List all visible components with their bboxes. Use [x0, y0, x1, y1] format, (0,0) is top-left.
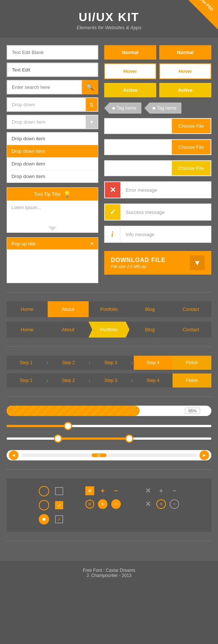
- step2-3[interactable]: Step 3: [91, 373, 130, 388]
- step2-4[interactable]: Step 4: [134, 373, 173, 388]
- x-btn-outline[interactable]: ✕: [85, 500, 94, 509]
- minus-btn-orange[interactable]: −: [111, 486, 121, 496]
- footer-line2: J. Champourlier - 2013: [7, 573, 211, 578]
- text-edit-blank[interactable]: [7, 45, 98, 60]
- step-arrow-3: ›: [130, 356, 133, 370]
- search-button[interactable]: 🔍: [82, 80, 98, 94]
- normal-button-2[interactable]: Normal: [159, 45, 211, 60]
- error-message-text: Error message: [120, 184, 211, 197]
- file-area-3: [105, 165, 172, 172]
- step2-2[interactable]: Step 2: [49, 373, 88, 388]
- nav2-home[interactable]: Home: [7, 322, 48, 338]
- popup-close-button[interactable]: ×: [91, 241, 93, 246]
- choose-file-button-2[interactable]: Choose File: [172, 140, 211, 154]
- checkbox-checked-dark[interactable]: ✓: [55, 515, 63, 523]
- steps-bar-1: Step 1 › Step 2 › Step 3 › Step 4 Finish: [7, 356, 211, 370]
- nav1-portfolio[interactable]: Portfolio: [89, 301, 130, 317]
- hover-button-2[interactable]: Hover: [159, 63, 211, 79]
- x-btn-filled[interactable]: ✕: [85, 486, 94, 495]
- progress-bar: 65%: [7, 406, 211, 416]
- nav2-blog[interactable]: Blog: [129, 322, 170, 338]
- scroll-track: |||: [21, 453, 197, 457]
- download-bar[interactable]: DOWNLOAD FILE File size 2.5 MB.zip ▼: [104, 251, 211, 275]
- checkbox-checked[interactable]: ✓: [55, 501, 63, 509]
- popup-body: [7, 249, 98, 283]
- nav2-portfolio[interactable]: Portfolio: [89, 322, 130, 338]
- hover-button-1[interactable]: Hover: [104, 63, 156, 79]
- scroll-right-arrow[interactable]: ►: [200, 450, 209, 460]
- radio-checkbox-group: ✓ ✓: [39, 486, 63, 524]
- minus-btn-gray[interactable]: −: [170, 486, 179, 496]
- step2-1[interactable]: Step 1: [7, 373, 45, 388]
- step1-1[interactable]: Step 1: [7, 356, 45, 370]
- step1-3[interactable]: Step 3: [91, 356, 130, 370]
- checkbox-empty[interactable]: [55, 487, 63, 495]
- dropdown2-arrow[interactable]: ▼: [86, 115, 98, 128]
- nav1-about[interactable]: About: [48, 301, 89, 317]
- tag-2[interactable]: Tag name: [144, 103, 182, 114]
- slider-1-thumb[interactable]: [64, 422, 72, 430]
- file-area-2: [105, 144, 172, 151]
- plus-btn-orange[interactable]: +: [98, 486, 108, 496]
- progress-section: 65% ◄ ||| ►: [7, 406, 211, 460]
- download-subtitle: File size 2.5 MB.zip: [111, 264, 166, 269]
- radio-filled[interactable]: [39, 514, 49, 524]
- minus-btn-circle-outline[interactable]: −: [170, 499, 179, 509]
- slider-1-track: [7, 425, 211, 427]
- tooltip-arrow: [48, 227, 57, 231]
- plus-btn-circle[interactable]: +: [98, 499, 108, 509]
- nav1-contact[interactable]: Contact: [170, 301, 211, 317]
- error-icon: ✕: [105, 182, 120, 198]
- step1-2[interactable]: Step 2: [49, 356, 88, 370]
- active-button-2[interactable]: Active: [159, 83, 211, 97]
- dropdown-menu-item-4[interactable]: Drop down item: [7, 170, 98, 182]
- download-arrow-icon[interactable]: ▼: [190, 255, 205, 270]
- radio-empty-2[interactable]: [39, 500, 49, 510]
- dropdown1-arrow[interactable]: ⇅: [86, 98, 98, 111]
- slider-2-track: [7, 437, 211, 440]
- minus-btn-circle[interactable]: −: [111, 499, 121, 509]
- info-message-row: i Info message: [104, 226, 211, 243]
- active-button-1[interactable]: Active: [104, 83, 156, 97]
- tag-1[interactable]: Tag name: [104, 103, 142, 114]
- choose-file-button-1[interactable]: Choose File: [172, 119, 211, 133]
- x-btn-gray[interactable]: ✕: [143, 486, 153, 496]
- scrollbar: ◄ ||| ►: [7, 450, 211, 460]
- step2-finish[interactable]: Finish: [173, 373, 211, 388]
- radio-empty[interactable]: [39, 486, 49, 496]
- text-edit-input[interactable]: [7, 63, 98, 77]
- xplus2-row-2: ✕ + −: [143, 499, 179, 509]
- search-input[interactable]: [7, 80, 82, 94]
- dropdown2[interactable]: Drop down item ▼: [7, 115, 98, 129]
- choose-file-button-3[interactable]: Choose File: [172, 161, 211, 175]
- tag-dot-2: [153, 107, 155, 110]
- tags-row: Tag name Tag name: [104, 103, 211, 114]
- plus-btn-circle-outline[interactable]: +: [156, 499, 166, 509]
- slider-2-thumb-left[interactable]: [54, 435, 62, 443]
- dropdown-menu-item-1[interactable]: Drop down item: [7, 133, 98, 145]
- icon-row-1: [39, 486, 63, 496]
- slider-1-wrap: [7, 425, 211, 427]
- dropdown1[interactable]: Drop down ⇅: [7, 97, 98, 112]
- search-wrap: 🔍: [7, 80, 98, 94]
- nav2-contact[interactable]: Contact: [170, 322, 211, 338]
- info-message-text: Info message: [120, 228, 211, 241]
- dropdown-menu-item-2[interactable]: Drop down item: [7, 145, 98, 158]
- nav2-about[interactable]: About: [48, 322, 89, 338]
- success-message-text: Success message: [120, 206, 211, 219]
- hover-buttons-row: Hover Hover: [104, 63, 211, 79]
- step1-4[interactable]: Step 4: [134, 356, 173, 370]
- scroll-left-arrow[interactable]: ◄: [9, 450, 18, 460]
- nav-section: Home About Portfolio Blog Contact Home A…: [7, 301, 211, 338]
- step1-finish[interactable]: Finish: [173, 356, 211, 370]
- scroll-thumb[interactable]: |||: [92, 453, 106, 457]
- nav1-home[interactable]: Home: [7, 301, 48, 317]
- file-upload-2: Choose File: [104, 139, 211, 155]
- slider-2-thumb-right[interactable]: [125, 435, 133, 443]
- plus-btn-gray[interactable]: +: [156, 486, 166, 496]
- x-btn-gray2[interactable]: ✕: [143, 499, 153, 509]
- normal-button-1[interactable]: Normal: [104, 45, 156, 60]
- dropdown-menu-item-3[interactable]: Drop down item: [7, 158, 98, 170]
- xplus2-row-1: ✕ + −: [143, 486, 179, 496]
- nav1-blog[interactable]: Blog: [129, 301, 170, 317]
